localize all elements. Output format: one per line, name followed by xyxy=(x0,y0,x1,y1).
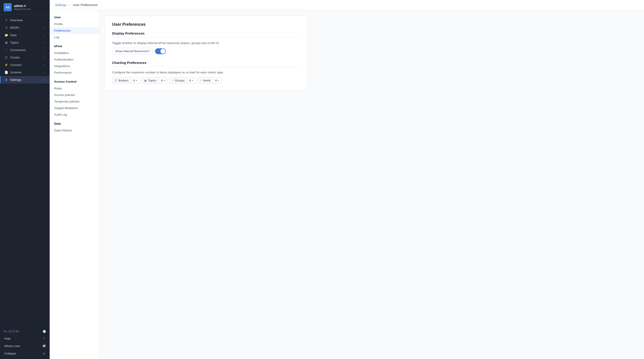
chevron-right-icon: › xyxy=(42,78,46,82)
topics-icon: ▦ xyxy=(144,79,147,82)
user-section-label: User xyxy=(50,14,99,21)
sidebar-item-krepl[interactable]: ⊞ kREPL › xyxy=(0,24,50,31)
time-value: Fri, 10:27:05 xyxy=(4,330,19,333)
topics-label-text: Topics xyxy=(148,79,156,82)
chevron-right-icon: › xyxy=(42,34,46,37)
topics-label: ▦ Topics xyxy=(142,78,159,84)
collapse-label: Collapse xyxy=(4,352,16,355)
clock-icon: 🕐 xyxy=(43,330,46,333)
brokers-caret-icon xyxy=(136,79,137,82)
groups-dropdown[interactable]: ⑂ Groups 6 xyxy=(170,77,196,84)
settings-nav-access-policies[interactable]: Access policies xyxy=(50,92,99,98)
settings-nav-audit-log[interactable]: Audit Log xyxy=(50,111,99,118)
username-caret-icon: ▾ xyxy=(24,4,26,8)
settings-nav-data-policies[interactable]: Data Policies xyxy=(50,127,99,134)
page-body: User Preferences Display Preferences Tog… xyxy=(99,10,644,359)
settings-nav-authentication[interactable]: Authentication xyxy=(50,56,99,63)
sidebar-item-cluster[interactable]: ☰ Cluster › xyxy=(0,54,50,61)
main-area: Settings › User Preferences User Profile… xyxy=(50,0,644,359)
settings-nav-temporary-policies[interactable]: Temporary policies xyxy=(50,98,99,105)
charting-section-desc: Configure the maximum number of items di… xyxy=(112,71,300,74)
sidebar-item-topics[interactable]: ▦ Topics › xyxy=(0,39,50,46)
sidebar-item-connect[interactable]: ⚡ Connect › xyxy=(0,61,50,69)
charting-section-title: Charting Preferences xyxy=(112,61,300,67)
megaphone-icon: 📢 xyxy=(42,344,46,348)
brokers-count: 6 xyxy=(133,79,135,82)
sidebar-item-help[interactable]: Help ? xyxy=(0,335,50,342)
collapse-icon: ◎ xyxy=(42,352,46,355)
sidebar-item-label: Consumers xyxy=(10,48,26,52)
sidebar-item-settings[interactable]: ⚙ Settings › xyxy=(0,76,50,84)
kpow-section-label: kPow xyxy=(50,43,99,50)
sidebar-nav: ✈ Overview ⊞ kREPL › 📁 Data › ▦ Topics › xyxy=(0,15,50,326)
sidebar-time: Fri, 10:27:05 🕐 xyxy=(0,328,50,335)
sidebar-item-data[interactable]: 📁 Data › xyxy=(0,31,50,39)
topics-icon: ▦ xyxy=(4,41,8,44)
settings-nav-integrations[interactable]: Integrations xyxy=(50,63,99,69)
brokers-dropdown[interactable]: ☰ Brokers 6 xyxy=(112,77,140,84)
sidebar: AD admin ▾ Operatr IO, Inc. ✈ Overview ⊞… xyxy=(0,0,50,359)
toggle-label: Show Internal Resources? xyxy=(112,48,152,55)
sidebar-item-collapse[interactable]: Collapse ◎ xyxy=(0,350,50,357)
brokers-value[interactable]: 6 xyxy=(131,78,139,84)
breadcrumb-root[interactable]: Settings xyxy=(55,3,66,7)
settings-nav-log[interactable]: Log xyxy=(50,34,99,41)
sidebar-item-consumers[interactable]: ⑂ Consumers › xyxy=(0,46,50,54)
settings-nav-staged-mutations[interactable]: Staged Mutations xyxy=(50,105,99,111)
groups-count: 6 xyxy=(189,79,191,82)
chevron-right-icon: › xyxy=(42,71,46,74)
hosts-label: ⑂ Hosts xyxy=(198,78,213,84)
charting-section: Charting Preferences Configure the maxim… xyxy=(112,61,300,84)
sidebar-item-label: Data xyxy=(10,34,17,37)
settings-nav: User Profile Preferences Log kPow Instal… xyxy=(50,10,99,359)
avatar: AD xyxy=(4,3,12,11)
settings-card: User Preferences Display Preferences Tog… xyxy=(105,16,308,90)
settings-nav-preferences[interactable]: Preferences xyxy=(50,27,99,34)
chevron-right-icon: › xyxy=(42,63,46,67)
topics-value[interactable]: 6 xyxy=(159,78,167,84)
sidebar-item-label: Overview xyxy=(10,19,23,22)
topics-dropdown[interactable]: ▦ Topics 6 xyxy=(142,77,167,84)
sidebar-item-label: Topics xyxy=(10,41,19,44)
chevron-right-icon: › xyxy=(42,26,46,29)
page-title: User Preferences xyxy=(112,22,300,27)
org-name: Operatr IO, Inc. xyxy=(14,8,31,11)
krepl-icon: ⊞ xyxy=(4,26,8,29)
hosts-icon: ⑂ xyxy=(200,79,202,82)
content-area: User Profile Preferences Log kPow Instal… xyxy=(50,10,644,359)
settings-nav-profile[interactable]: Profile xyxy=(50,21,99,27)
show-internal-resources-toggle[interactable] xyxy=(155,48,166,54)
data-icon: 📁 xyxy=(4,34,8,37)
sidebar-item-label: Schema xyxy=(10,71,22,74)
sidebar-footer: Fri, 10:27:05 🕐 Help ? What's new 📢 Coll… xyxy=(0,326,50,359)
cluster-icon: ☰ xyxy=(4,56,8,59)
connect-icon: ⚡ xyxy=(4,63,8,67)
sidebar-item-label: Settings xyxy=(10,78,21,82)
sidebar-header[interactable]: AD admin ▾ Operatr IO, Inc. xyxy=(0,0,50,15)
groups-value[interactable]: 6 xyxy=(187,78,195,84)
settings-nav-performance[interactable]: Performance xyxy=(50,69,99,76)
groups-icon: ⑂ xyxy=(172,79,174,82)
sidebar-item-label: kREPL xyxy=(10,26,20,29)
groups-label-text: Groups xyxy=(175,79,184,82)
chevron-right-icon: › xyxy=(42,48,46,52)
data-section-label: Data xyxy=(50,120,99,127)
hosts-value[interactable]: 6 xyxy=(213,78,221,84)
username: admin xyxy=(14,4,23,8)
help-label: Help xyxy=(4,337,10,340)
groups-caret-icon xyxy=(192,79,193,82)
brokers-label: ☰ Brokers xyxy=(112,78,131,84)
hosts-dropdown[interactable]: ⑂ Hosts 6 xyxy=(198,77,221,84)
sidebar-item-overview[interactable]: ✈ Overview xyxy=(0,17,50,24)
help-icon: ? xyxy=(42,337,46,340)
hosts-count: 6 xyxy=(215,79,217,82)
settings-nav-installation[interactable]: Installation xyxy=(50,50,99,56)
sidebar-item-schema[interactable]: 📄 Schema › xyxy=(0,69,50,76)
consumers-icon: ⑂ xyxy=(4,48,8,52)
settings-nav-roles[interactable]: Roles xyxy=(50,85,99,92)
access-control-section-label: Access Control xyxy=(50,78,99,85)
settings-icon: ⚙ xyxy=(4,78,8,82)
sidebar-item-label: Cluster xyxy=(10,56,20,59)
metric-dropdowns: ☰ Brokers 6 ▦ Topics xyxy=(112,77,300,84)
sidebar-item-whats-new[interactable]: What's new 📢 xyxy=(0,342,50,350)
